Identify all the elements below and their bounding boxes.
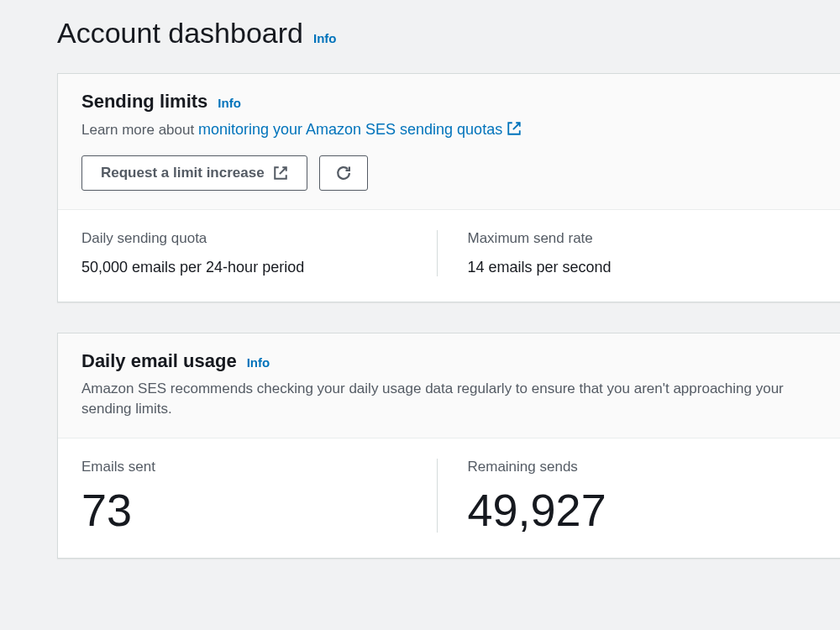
- request-limit-label: Request a limit increase: [101, 165, 265, 181]
- remaining-sends-value: 49,927: [468, 487, 823, 533]
- daily-usage-header: Daily email usage Info Amazon SES recomm…: [58, 333, 840, 438]
- refresh-button[interactable]: [319, 155, 368, 191]
- daily-quota-label: Daily sending quota: [81, 230, 437, 247]
- daily-usage-info-link[interactable]: Info: [247, 355, 270, 370]
- daily-quota-metric: Daily sending quota 50,000 emails per 24…: [81, 230, 437, 276]
- emails-sent-label: Emails sent: [81, 459, 437, 475]
- request-limit-increase-button[interactable]: Request a limit increase: [81, 155, 307, 191]
- sending-limits-desc-prefix: Learn more about: [81, 122, 198, 138]
- remaining-sends-label: Remaining sends: [468, 459, 823, 475]
- sending-quotas-link[interactable]: monitoring your Amazon SES sending quota…: [198, 121, 522, 138]
- max-send-rate-value: 14 emails per second: [468, 259, 823, 276]
- sending-limits-info-link[interactable]: Info: [218, 96, 241, 110]
- sending-limits-header: Sending limits Info Learn more about mon…: [58, 74, 840, 210]
- daily-usage-card: Daily email usage Info Amazon SES recomm…: [57, 333, 840, 559]
- daily-usage-title: Daily email usage: [81, 350, 237, 372]
- remaining-sends-metric: Remaining sends 49,927: [437, 459, 823, 533]
- external-link-icon: [507, 121, 522, 136]
- max-send-rate-label: Maximum send rate: [468, 230, 823, 247]
- refresh-icon: [335, 165, 352, 181]
- page-header: Account dashboard Info: [57, 17, 840, 50]
- external-link-icon: [273, 165, 288, 181]
- max-send-rate-metric: Maximum send rate 14 emails per second: [437, 230, 823, 276]
- page-info-link[interactable]: Info: [313, 31, 337, 45]
- emails-sent-metric: Emails sent 73: [81, 459, 437, 533]
- emails-sent-value: 73: [81, 487, 437, 533]
- daily-quota-value: 50,000 emails per 24-hour period: [81, 259, 437, 276]
- daily-usage-body: Emails sent 73 Remaining sends 49,927: [58, 438, 840, 558]
- sending-limits-card: Sending limits Info Learn more about mon…: [57, 73, 840, 302]
- page-title: Account dashboard: [57, 17, 303, 50]
- sending-limits-title: Sending limits: [81, 91, 207, 113]
- sending-limits-body: Daily sending quota 50,000 emails per 24…: [58, 210, 840, 302]
- sending-limits-desc: Learn more about monitoring your Amazon …: [81, 119, 826, 140]
- daily-usage-desc: Amazon SES recommends checking your dail…: [81, 379, 826, 419]
